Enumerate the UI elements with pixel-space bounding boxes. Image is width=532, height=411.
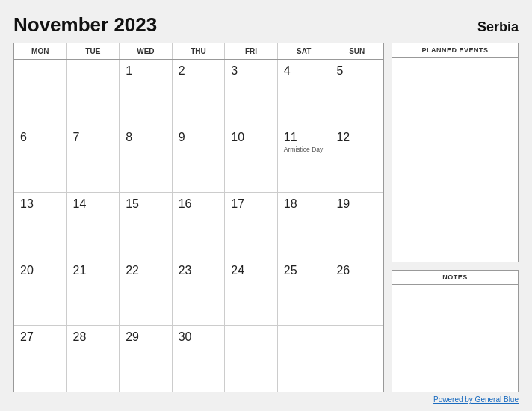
cal-day-2: 2 <box>173 60 226 126</box>
cal-day-28: 28 <box>67 326 120 392</box>
notes-title: NOTES <box>392 271 518 285</box>
cal-day-19: 19 <box>330 193 383 259</box>
cal-day-29: 29 <box>120 326 173 392</box>
cal-day-7: 7 <box>67 126 120 192</box>
week-2: 6 7 8 9 10 11 Armistice Day 12 <box>14 126 383 193</box>
planned-events-content <box>392 58 518 262</box>
cal-day-24: 24 <box>225 259 278 325</box>
week-3: 13 14 15 16 17 18 19 <box>14 193 383 259</box>
cal-day-17: 17 <box>225 193 278 259</box>
cal-day-15: 15 <box>120 193 173 259</box>
main-content: MON TUE WED THU FRI SAT SUN 1 2 3 4 5 <box>13 43 519 392</box>
cal-day-12: 12 <box>330 126 383 192</box>
country-title: Serbia <box>477 19 519 35</box>
cal-day-empty <box>67 60 120 126</box>
cal-day-26: 26 <box>330 259 383 325</box>
page: November 2023 Serbia MON TUE WED THU FRI… <box>0 0 532 411</box>
cal-day-25: 25 <box>278 259 331 325</box>
dow-thu: THU <box>173 43 226 59</box>
cal-day-20: 20 <box>14 259 67 325</box>
week-5: 27 28 29 30 <box>14 326 383 392</box>
notes-box: NOTES <box>392 270 519 392</box>
powered-by-link[interactable]: Powered by General Blue <box>433 395 519 404</box>
footer: Powered by General Blue <box>13 395 519 404</box>
cal-day-14: 14 <box>67 193 120 259</box>
planned-events-box: PLANNED EVENTS <box>392 43 519 262</box>
month-year-title: November 2023 <box>13 13 157 37</box>
notes-content <box>392 285 518 392</box>
cal-day-18: 18 <box>278 193 331 259</box>
cal-day-30: 30 <box>173 326 226 392</box>
dow-fri: FRI <box>225 43 278 59</box>
dow-sat: SAT <box>278 43 331 59</box>
cal-day-empty <box>330 326 383 392</box>
cal-day-empty <box>225 326 278 392</box>
dow-wed: WED <box>120 43 173 59</box>
cal-day-1: 1 <box>120 60 173 126</box>
calendar-header: MON TUE WED THU FRI SAT SUN <box>14 43 383 60</box>
cal-day-8: 8 <box>120 126 173 192</box>
header: November 2023 Serbia <box>13 13 519 37</box>
cal-day-empty <box>14 60 67 126</box>
calendar-body: 1 2 3 4 5 6 7 8 9 10 11 Armistice Day <box>14 60 383 392</box>
cal-day-23: 23 <box>173 259 226 325</box>
holiday-armistice-day: Armistice Day <box>284 146 323 153</box>
dow-mon: MON <box>14 43 67 59</box>
dow-tue: TUE <box>67 43 120 59</box>
cal-day-13: 13 <box>14 193 67 259</box>
cal-day-11: 11 Armistice Day <box>278 126 331 192</box>
cal-day-16: 16 <box>173 193 226 259</box>
week-1: 1 2 3 4 5 <box>14 60 383 126</box>
cal-day-5: 5 <box>330 60 383 126</box>
cal-day-6: 6 <box>14 126 67 192</box>
cal-day-9: 9 <box>173 126 226 192</box>
dow-sun: SUN <box>330 43 383 59</box>
cal-day-21: 21 <box>67 259 120 325</box>
cal-day-27: 27 <box>14 326 67 392</box>
cal-day-4: 4 <box>278 60 331 126</box>
cal-day-empty <box>278 326 331 392</box>
sidebar: PLANNED EVENTS NOTES <box>392 43 519 392</box>
planned-events-title: PLANNED EVENTS <box>392 43 518 58</box>
cal-day-22: 22 <box>120 259 173 325</box>
cal-day-3: 3 <box>225 60 278 126</box>
calendar: MON TUE WED THU FRI SAT SUN 1 2 3 4 5 <box>13 43 384 392</box>
cal-day-10: 10 <box>225 126 278 192</box>
week-4: 20 21 22 23 24 25 26 <box>14 259 383 326</box>
